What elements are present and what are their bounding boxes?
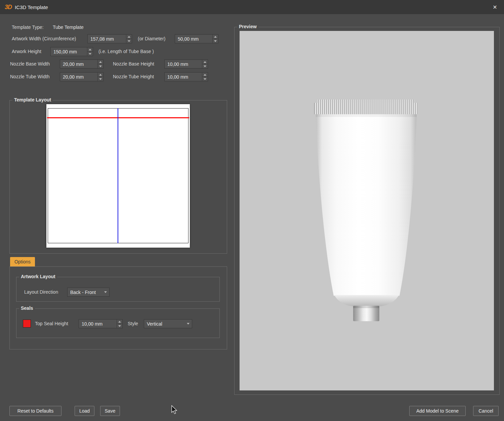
nozzle-tube-width-value[interactable]: 20,00 mm [60,73,97,81]
spin-down-icon[interactable] [202,77,208,81]
spin-up-icon[interactable] [117,320,122,324]
nozzle-tube-height-value[interactable]: 10,00 mm [165,73,202,81]
nozzle-base-height-label: Nozzle Base Height [113,59,154,69]
spin-up-icon[interactable] [87,47,93,51]
artwork-width-value[interactable]: 157,08 mm [88,35,126,43]
preview-canvas [240,31,494,390]
template-type-label: Template Type: [12,23,44,32]
preview-title: Preview [237,24,258,29]
layout-direction-value: Back - Front [68,290,102,295]
spin-down-icon[interactable] [117,324,122,328]
seal-style-label: Style [128,319,138,328]
spin-down-icon[interactable] [213,39,218,43]
chevron-down-icon[interactable] [102,291,109,293]
artwork-width-label: Artwork Width (Circumference) [12,34,76,43]
nozzle-tube-height-spinbox[interactable]: 10,00 mm [164,72,208,81]
nozzle-tube-width-spinbox[interactable]: 20,00 mm [60,72,103,81]
template-canvas [46,104,190,248]
top-seal-height-spinbox[interactable]: 10,00 mm [79,319,123,328]
artwork-height-hint: (i.e. Length of Tube Base ) [98,47,154,56]
diameter-value[interactable]: 50,00 mm [175,35,212,43]
chevron-down-icon[interactable] [184,323,192,325]
spin-up-icon[interactable] [98,60,103,64]
spin-up-icon[interactable] [126,35,132,39]
seal-style-value: Vertical [144,321,184,327]
cancel-button[interactable]: Cancel [473,406,499,416]
layout-direction-label: Layout Direction [24,288,58,297]
nozzle-tube-height-label: Nozzle Tube Height [113,72,154,81]
template-layout-title: Template Layout [12,97,53,102]
spin-down-icon[interactable] [126,39,132,43]
fold-line [118,108,118,243]
load-button[interactable]: Load [75,406,94,416]
window-title: IC3D Template [15,4,48,10]
artwork-height-value[interactable]: 150,00 mm [51,47,87,56]
artwork-layout-title: Artwork Layout [19,274,57,279]
diameter-spinbox[interactable]: 50,00 mm [175,34,218,43]
save-button[interactable]: Save [100,406,120,416]
mouse-cursor [171,405,177,415]
artwork-width-spinbox[interactable]: 157,08 mm [87,34,132,43]
spin-down-icon[interactable] [98,77,103,81]
nozzle-tube-width-label: Nozzle Tube Width [10,72,50,81]
spin-down-icon[interactable] [98,64,103,68]
close-icon[interactable]: ✕ [491,3,499,11]
top-seal-height-label: Top Seal Height [35,319,68,328]
app-logo-icon: 3D [5,4,12,11]
add-model-to-scene-button[interactable]: Add Model to Scene [409,406,466,416]
top-seal-height-value[interactable]: 10,00 mm [79,320,117,328]
nozzle-base-height-spinbox[interactable]: 10,00 mm [164,59,208,69]
seal-style-select[interactable]: Vertical [144,319,192,328]
spin-up-icon[interactable] [213,35,218,39]
reset-to-defaults-button[interactable]: Reset to Defaults [9,406,61,416]
titlebar: 3D IC3D Template [0,0,504,14]
layout-direction-select[interactable]: Back - Front [67,288,110,297]
artwork-height-spinbox[interactable]: 150,00 mm [50,47,93,56]
nozzle-base-width-value[interactable]: 20,00 mm [60,60,97,68]
spin-up-icon[interactable] [202,73,208,77]
template-type-value: Tube Template [53,23,84,32]
tube-model [240,31,494,390]
spin-up-icon[interactable] [98,73,103,77]
spin-down-icon[interactable] [202,64,208,68]
nozzle-base-width-spinbox[interactable]: 20,00 mm [60,59,103,69]
seals-title: Seals [19,305,35,311]
seal-color-swatch[interactable] [23,320,31,328]
spin-down-icon[interactable] [87,51,93,56]
tab-options[interactable]: Options [10,257,35,266]
nozzle-base-height-value[interactable]: 10,00 mm [165,60,202,68]
or-diameter-label: (or Diameter) [138,34,165,43]
artwork-height-label: Arwork Height [12,47,41,56]
nozzle-base-width-label: Nozzle Base Width [10,59,50,69]
spin-up-icon[interactable] [202,60,208,64]
